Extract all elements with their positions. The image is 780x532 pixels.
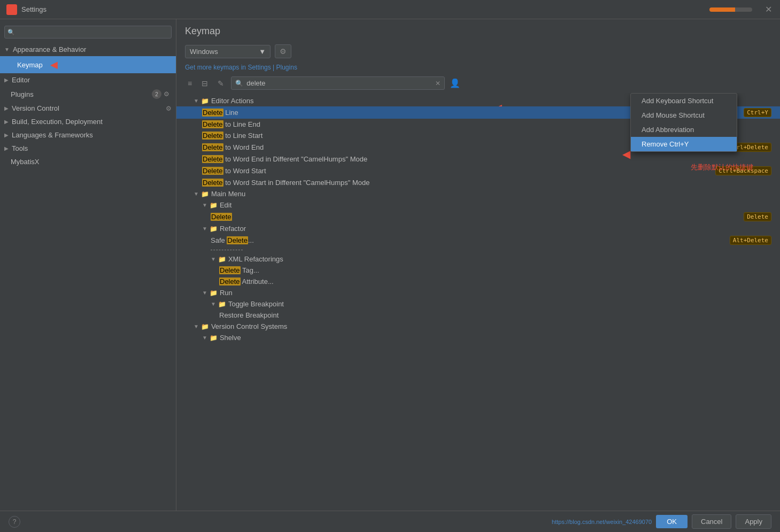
- sidebar-item-plugins[interactable]: Plugins 2 ⚙: [0, 87, 176, 102]
- keymap-gear-button[interactable]: ⚙: [275, 44, 291, 58]
- row-label: Edit: [220, 201, 231, 209]
- expand-icon: ▼: [202, 335, 207, 341]
- context-menu-item-add-abbreviation[interactable]: Add Abbreviation: [631, 122, 737, 137]
- bottom-bar: ? https://blog.csdn.net/weixin_42469070 …: [0, 511, 780, 532]
- sidebar-item-label: MybatisX: [11, 158, 39, 166]
- folder-icon: 📁: [201, 323, 209, 330]
- folder-icon: 📁: [210, 202, 218, 209]
- row-label-after: Attribute...: [242, 277, 273, 286]
- tree-area[interactable]: ▼ 📁 Editor Actions Delete Line Ctrl+Y De…: [176, 93, 780, 511]
- sidebar-item-tools[interactable]: ▶ Tools: [0, 142, 176, 155]
- sidebar-item-mybatisx[interactable]: MybatisX: [0, 155, 176, 168]
- row-label: Delete Attribute...: [219, 277, 274, 286]
- row-label-after: to Word End in Different "CamelHumps" Mo…: [225, 155, 367, 163]
- help-button[interactable]: ?: [9, 516, 20, 528]
- tree-row[interactable]: ▼ 📁 Main Menu: [176, 188, 780, 199]
- apply-button[interactable]: Apply: [736, 514, 771, 529]
- tree-row[interactable]: ▼ 📁 Toggle Breakpoint: [176, 298, 780, 310]
- vc-settings-icon[interactable]: ⚙: [166, 105, 172, 112]
- search-icon: 🔍: [235, 80, 243, 87]
- tree-row[interactable]: Delete to Word Start in Different "Camel…: [176, 177, 780, 188]
- sidebar-item-label: Version Control: [12, 104, 59, 112]
- folder-icon: 📁: [210, 289, 218, 297]
- tree-row[interactable]: ▼ 📁 Refactor: [176, 223, 780, 234]
- row-label-after: to Word Start: [225, 167, 266, 175]
- plugins-badge: 2: [152, 89, 161, 99]
- tree-row[interactable]: Restore Breakpoint: [176, 310, 780, 321]
- sidebar-item-appearance[interactable]: ▼ Appearance & Behavior: [0, 43, 176, 56]
- tree-row[interactable]: Delete Tag...: [176, 265, 780, 276]
- clear-search-icon[interactable]: ✕: [435, 80, 441, 87]
- tree-row-separator: [176, 246, 780, 253]
- row-label: Delete to Line End: [202, 120, 260, 128]
- ok-button[interactable]: OK: [656, 515, 688, 528]
- tree-row[interactable]: Delete to Word End in Different "CamelHu…: [176, 153, 780, 165]
- context-menu-item-add-mouse[interactable]: Add Mouse Shortcut: [631, 108, 737, 122]
- sidebar-item-editor[interactable]: ▶ Editor: [0, 73, 176, 87]
- sidebar-search-box: 🔍: [4, 26, 172, 38]
- sidebar-item-build[interactable]: ▶ Build, Execution, Deployment: [0, 115, 176, 128]
- edit-shortcut-button[interactable]: ✎: [215, 78, 227, 89]
- tree-row[interactable]: ▼ 📁 XML Refactorings: [176, 253, 780, 265]
- user-icon-button[interactable]: 👤: [447, 76, 463, 90]
- row-label: Delete Tag...: [219, 266, 259, 274]
- expand-icon: ▼: [194, 323, 199, 329]
- tree-row[interactable]: Delete Attribute...: [176, 276, 780, 287]
- tree-row[interactable]: ▼ 📁 Edit: [176, 199, 780, 211]
- keymap-plugins-link[interactable]: Get more keymaps in Settings | Plugins: [176, 61, 780, 73]
- highlight-text: Delete: [211, 213, 232, 221]
- expand-icon: ▼: [202, 226, 207, 232]
- context-menu-item-remove-ctrl-y[interactable]: Remove Ctrl+Y: [631, 137, 737, 151]
- cancel-button[interactable]: Cancel: [692, 514, 731, 529]
- sidebar-item-languages[interactable]: ▶ Languages & Frameworks: [0, 128, 176, 142]
- sidebar-item-label: Plugins: [11, 90, 34, 98]
- right-panel: Keymap Windows ▼ ⚙ Get more keymaps in S…: [176, 19, 780, 511]
- folder-icon: 📁: [218, 300, 226, 308]
- keymap-preset-label: Windows: [190, 48, 218, 56]
- row-label: Editor Actions: [211, 97, 254, 105]
- highlight-text: Delete: [219, 277, 241, 286]
- close-button[interactable]: ✕: [763, 4, 774, 15]
- tree-row-vcs[interactable]: ▼ 📁 Version Control Systems: [176, 321, 780, 332]
- row-label-after: to Line Start: [225, 132, 262, 140]
- row-label-after: to Word Start in Different "CamelHumps" …: [225, 179, 369, 187]
- keymap-preset-dropdown[interactable]: Windows ▼: [185, 45, 271, 58]
- highlight-text: Delete: [202, 120, 223, 128]
- chevron-icon: ▶: [4, 77, 9, 83]
- folder-icon: 📁: [218, 256, 226, 263]
- row-label: Refactor: [220, 225, 246, 233]
- tree-row[interactable]: Delete Delete: [176, 211, 780, 223]
- collapse-all-button[interactable]: ⊟: [199, 78, 211, 89]
- tree-row[interactable]: Delete to Word Start Ctrl+Backspace: [176, 165, 780, 177]
- expand-icon: ▼: [202, 290, 207, 296]
- chevron-icon: ▶: [4, 145, 9, 151]
- tree-row[interactable]: ▼ 📁 Run: [176, 287, 780, 298]
- sidebar-item-version-control[interactable]: ▶ Version Control ⚙: [0, 102, 176, 115]
- row-label: Main Menu: [211, 190, 245, 198]
- expand-icon: ▼: [202, 202, 207, 208]
- highlight-text: Delete: [202, 155, 223, 163]
- action-toolbar: ≡ ⊟ ✎ 🔍 ✕ 👤 ◀: [176, 73, 780, 93]
- row-label: Delete to Word End: [202, 143, 264, 151]
- sidebar-item-label: Build, Execution, Deployment: [12, 118, 103, 126]
- settings-window: Settings ✕ 🔍 ▼ Appearance & Behavior Key…: [0, 0, 780, 532]
- bottom-right: https://blog.csdn.net/weixin_42469070 OK…: [552, 514, 771, 529]
- title-bar: Settings ✕: [0, 0, 780, 19]
- search-field: 🔍 ✕: [231, 76, 445, 90]
- shortcut-badge: Ctrl+Backspace: [715, 166, 771, 175]
- row-label: Version Control Systems: [211, 322, 287, 330]
- plugins-settings-icon[interactable]: ⚙: [164, 90, 169, 98]
- sidebar-item-keymap[interactable]: Keymap ◀: [0, 56, 176, 73]
- tree-row[interactable]: ▼ 📁 Shelve: [176, 332, 780, 343]
- highlight-text: Delete: [202, 132, 223, 140]
- row-label: Run: [220, 289, 233, 297]
- tree-row[interactable]: Safe Delete... Alt+Delete: [176, 234, 780, 246]
- context-menu: Add Keyboard Shortcut Add Mouse Shortcut…: [630, 93, 737, 152]
- sidebar-search-input[interactable]: [4, 26, 172, 38]
- folder-group-icon: 📁: [201, 97, 209, 105]
- sidebar-item-label: Appearance & Behavior: [13, 45, 86, 53]
- chevron-icon: ▶: [4, 105, 9, 111]
- keymap-search-input[interactable]: [231, 76, 445, 90]
- expand-all-button[interactable]: ≡: [185, 78, 195, 89]
- context-menu-item-add-keyboard[interactable]: Add Keyboard Shortcut: [631, 94, 737, 108]
